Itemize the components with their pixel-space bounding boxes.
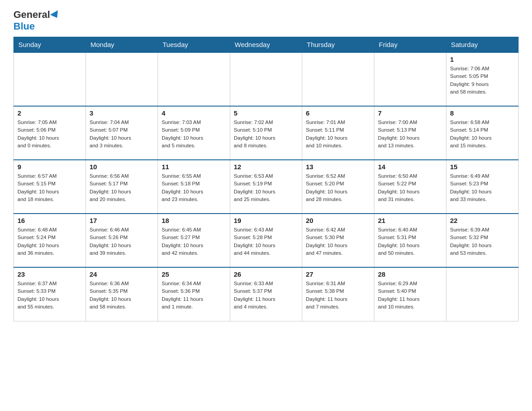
calendar-cell: 7Sunrise: 7:00 AM Sunset: 5:13 PM Daylig… — [374, 106, 446, 160]
day-info: Sunrise: 6:45 AM Sunset: 5:27 PM Dayligh… — [162, 226, 226, 257]
day-info: Sunrise: 6:39 AM Sunset: 5:32 PM Dayligh… — [450, 226, 515, 257]
day-number: 3 — [90, 109, 154, 117]
day-info: Sunrise: 6:53 AM Sunset: 5:19 PM Dayligh… — [234, 172, 298, 203]
day-info: Sunrise: 6:46 AM Sunset: 5:26 PM Dayligh… — [90, 226, 154, 257]
day-number: 20 — [306, 217, 370, 224]
calendar-cell: 26Sunrise: 6:33 AM Sunset: 5:37 PM Dayli… — [230, 267, 302, 321]
day-number: 24 — [90, 270, 154, 278]
day-info: Sunrise: 6:31 AM Sunset: 5:38 PM Dayligh… — [306, 280, 370, 311]
calendar-cell: 16Sunrise: 6:48 AM Sunset: 5:24 PM Dayli… — [14, 214, 86, 267]
calendar-week-row: 23Sunrise: 6:37 AM Sunset: 5:33 PM Dayli… — [14, 267, 519, 321]
calendar-cell: 6Sunrise: 7:01 AM Sunset: 5:11 PM Daylig… — [302, 106, 374, 160]
calendar-cell: 22Sunrise: 6:39 AM Sunset: 5:32 PM Dayli… — [446, 214, 519, 267]
calendar-cell: 13Sunrise: 6:52 AM Sunset: 5:20 PM Dayli… — [302, 160, 374, 214]
calendar-cell: 18Sunrise: 6:45 AM Sunset: 5:27 PM Dayli… — [158, 214, 230, 267]
day-number: 13 — [306, 163, 370, 171]
calendar-cell: 17Sunrise: 6:46 AM Sunset: 5:26 PM Dayli… — [86, 214, 158, 267]
day-number: 26 — [234, 270, 298, 278]
calendar-cell — [374, 52, 446, 106]
day-number: 21 — [378, 217, 442, 224]
day-number: 4 — [162, 109, 226, 117]
day-number: 25 — [162, 270, 226, 278]
calendar-cell — [86, 52, 158, 106]
calendar-week-row: 2Sunrise: 7:05 AM Sunset: 5:06 PM Daylig… — [14, 106, 519, 160]
calendar-cell: 19Sunrise: 6:43 AM Sunset: 5:28 PM Dayli… — [230, 214, 302, 267]
calendar-cell — [302, 52, 374, 106]
day-info: Sunrise: 7:05 AM Sunset: 5:06 PM Dayligh… — [17, 119, 82, 150]
day-number: 7 — [378, 109, 442, 117]
calendar-cell: 10Sunrise: 6:56 AM Sunset: 5:17 PM Dayli… — [86, 160, 158, 214]
day-info: Sunrise: 6:52 AM Sunset: 5:20 PM Dayligh… — [306, 172, 370, 203]
day-number: 15 — [450, 163, 515, 171]
day-number: 28 — [378, 270, 442, 278]
day-number: 1 — [450, 56, 515, 63]
day-number: 27 — [306, 270, 370, 278]
calendar-cell: 12Sunrise: 6:53 AM Sunset: 5:19 PM Dayli… — [230, 160, 302, 214]
day-info: Sunrise: 7:01 AM Sunset: 5:11 PM Dayligh… — [306, 119, 370, 150]
day-info: Sunrise: 6:49 AM Sunset: 5:23 PM Dayligh… — [450, 172, 515, 203]
day-info: Sunrise: 6:56 AM Sunset: 5:17 PM Dayligh… — [90, 172, 154, 203]
day-info: Sunrise: 6:57 AM Sunset: 5:15 PM Dayligh… — [17, 172, 82, 203]
day-number: 23 — [17, 270, 82, 278]
column-header-saturday: Saturday — [446, 37, 519, 53]
day-info: Sunrise: 6:29 AM Sunset: 5:40 PM Dayligh… — [378, 280, 442, 311]
day-info: Sunrise: 7:04 AM Sunset: 5:07 PM Dayligh… — [90, 119, 154, 150]
calendar-cell: 1Sunrise: 7:06 AM Sunset: 5:05 PM Daylig… — [446, 52, 519, 106]
day-number: 17 — [90, 217, 154, 224]
column-header-tuesday: Tuesday — [158, 37, 230, 53]
calendar-cell: 14Sunrise: 6:50 AM Sunset: 5:22 PM Dayli… — [374, 160, 446, 214]
day-info: Sunrise: 6:34 AM Sunset: 5:36 PM Dayligh… — [162, 280, 226, 311]
page-header: General Blue — [13, 9, 519, 32]
day-info: Sunrise: 6:33 AM Sunset: 5:37 PM Dayligh… — [234, 280, 298, 311]
day-info: Sunrise: 6:37 AM Sunset: 5:33 PM Dayligh… — [17, 280, 82, 311]
day-info: Sunrise: 7:00 AM Sunset: 5:13 PM Dayligh… — [378, 119, 442, 150]
day-number: 6 — [306, 109, 370, 117]
calendar-cell — [14, 52, 86, 106]
day-number: 22 — [450, 217, 515, 224]
day-info: Sunrise: 7:06 AM Sunset: 5:05 PM Dayligh… — [450, 65, 515, 96]
logo-blue: Blue — [13, 21, 35, 32]
calendar-week-row: 1Sunrise: 7:06 AM Sunset: 5:05 PM Daylig… — [14, 52, 519, 106]
calendar-cell: 25Sunrise: 6:34 AM Sunset: 5:36 PM Dayli… — [158, 267, 230, 321]
calendar-cell: 27Sunrise: 6:31 AM Sunset: 5:38 PM Dayli… — [302, 267, 374, 321]
calendar-cell: 24Sunrise: 6:36 AM Sunset: 5:35 PM Dayli… — [86, 267, 158, 321]
day-info: Sunrise: 6:40 AM Sunset: 5:31 PM Dayligh… — [378, 226, 442, 257]
column-header-sunday: Sunday — [14, 37, 86, 53]
day-number: 9 — [17, 163, 82, 171]
day-info: Sunrise: 6:48 AM Sunset: 5:24 PM Dayligh… — [17, 226, 82, 257]
calendar-cell: 5Sunrise: 7:02 AM Sunset: 5:10 PM Daylig… — [230, 106, 302, 160]
calendar-cell: 23Sunrise: 6:37 AM Sunset: 5:33 PM Dayli… — [14, 267, 86, 321]
day-info: Sunrise: 7:02 AM Sunset: 5:10 PM Dayligh… — [234, 119, 298, 150]
calendar-header-row: SundayMondayTuesdayWednesdayThursdayFrid… — [14, 37, 519, 53]
day-number: 8 — [450, 109, 515, 117]
day-info: Sunrise: 6:43 AM Sunset: 5:28 PM Dayligh… — [234, 226, 298, 257]
day-info: Sunrise: 6:55 AM Sunset: 5:18 PM Dayligh… — [162, 172, 226, 203]
calendar-cell: 8Sunrise: 6:58 AM Sunset: 5:14 PM Daylig… — [446, 106, 519, 160]
calendar-cell: 28Sunrise: 6:29 AM Sunset: 5:40 PM Dayli… — [374, 267, 446, 321]
calendar-cell: 20Sunrise: 6:42 AM Sunset: 5:30 PM Dayli… — [302, 214, 374, 267]
day-number: 12 — [234, 163, 298, 171]
day-info: Sunrise: 7:03 AM Sunset: 5:09 PM Dayligh… — [162, 119, 226, 150]
calendar-week-row: 16Sunrise: 6:48 AM Sunset: 5:24 PM Dayli… — [14, 214, 519, 267]
day-number: 16 — [17, 217, 82, 224]
calendar-cell — [230, 52, 302, 106]
logo-general: General — [13, 9, 50, 21]
column-header-friday: Friday — [374, 37, 446, 53]
calendar-cell: 3Sunrise: 7:04 AM Sunset: 5:07 PM Daylig… — [86, 106, 158, 160]
day-number: 18 — [162, 217, 226, 224]
calendar-cell: 2Sunrise: 7:05 AM Sunset: 5:06 PM Daylig… — [14, 106, 86, 160]
calendar-cell — [158, 52, 230, 106]
day-number: 19 — [234, 217, 298, 224]
day-info: Sunrise: 6:58 AM Sunset: 5:14 PM Dayligh… — [450, 119, 515, 150]
column-header-monday: Monday — [86, 37, 158, 53]
day-number: 5 — [234, 109, 298, 117]
day-number: 10 — [90, 163, 154, 171]
day-number: 2 — [17, 109, 82, 117]
calendar-cell — [446, 267, 519, 321]
calendar-cell: 4Sunrise: 7:03 AM Sunset: 5:09 PM Daylig… — [158, 106, 230, 160]
calendar-cell: 9Sunrise: 6:57 AM Sunset: 5:15 PM Daylig… — [14, 160, 86, 214]
day-info: Sunrise: 6:42 AM Sunset: 5:30 PM Dayligh… — [306, 226, 370, 257]
day-number: 11 — [162, 163, 226, 171]
calendar-cell: 15Sunrise: 6:49 AM Sunset: 5:23 PM Dayli… — [446, 160, 519, 214]
day-info: Sunrise: 6:50 AM Sunset: 5:22 PM Dayligh… — [378, 172, 442, 203]
